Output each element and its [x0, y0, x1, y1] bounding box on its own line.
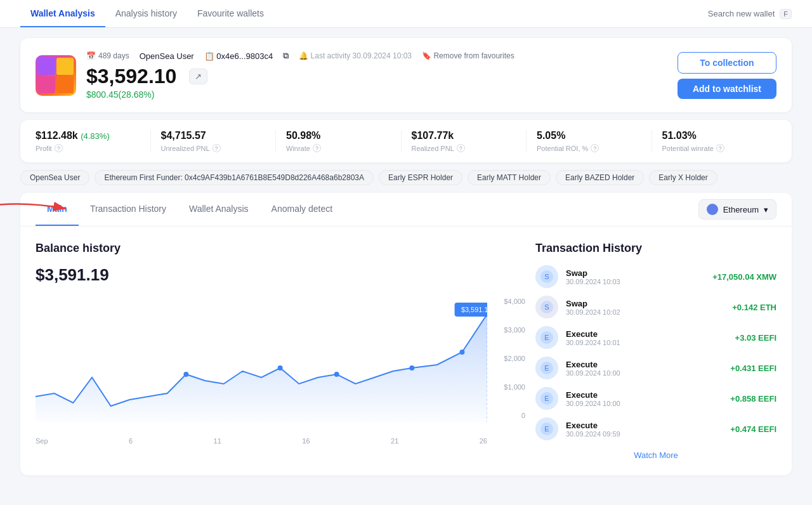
tx-details: Execute30.09.2024 10:01 [566, 329, 728, 346]
wallet-value: $3,592.10 [86, 65, 176, 88]
tx-details: Execute30.09.2024 10:00 [566, 390, 723, 407]
tx-icon: E [535, 387, 558, 410]
tx-amount: +17,050.04 XMW [712, 272, 776, 282]
tx-icon: E [535, 417, 558, 440]
stat-realized-pnl: $107.77k Realized PNL ? [402, 130, 527, 152]
last-activity: 🔔 Last activity 30.09.2024 10:03 [299, 51, 412, 60]
stat-winrate: 50.98% Winrate ? [276, 130, 402, 152]
tag-early-x[interactable]: Early X Holder [649, 170, 717, 185]
to-collection-button[interactable]: To collection [678, 52, 776, 74]
x-label-11: 11 [214, 437, 221, 445]
x-label-6: 6 [129, 437, 133, 445]
inner-tab-transaction-history[interactable]: Transaction History [79, 193, 178, 226]
tx-type: Execute [566, 360, 723, 369]
tx-details: Execute30.09.2024 10:00 [566, 360, 723, 377]
wallet-avatar [36, 55, 76, 96]
tx-icon: S [535, 296, 558, 318]
x-label-26: 26 [480, 437, 487, 445]
tx-icon: S [535, 265, 558, 288]
tab-analysis-history[interactable]: Analysis history [105, 0, 187, 27]
stat-unrealized-pnl: $4,715.57 Unrealized PNL ? [151, 130, 277, 152]
tx-amount: +0.431 EEFI [730, 364, 776, 373]
transaction-history-section: Transaction History SSwap30.09.2024 10:0… [535, 242, 776, 460]
tx-item: EExecute30.09.2024 10:00+0.858 EEFI [535, 387, 776, 410]
watch-more[interactable]: Watch More [535, 450, 776, 460]
svg-text:S: S [544, 303, 549, 311]
remove-favourites[interactable]: 🔖 Remove from favourites [422, 51, 514, 60]
svg-text:E: E [544, 364, 549, 372]
x-label-16: 16 [302, 437, 310, 445]
tx-type: Execute [566, 329, 728, 339]
tx-type: Swap [566, 268, 705, 278]
y-label-3000: $3,000 [490, 326, 525, 334]
potential-roi-tooltip[interactable]: ? [591, 144, 599, 152]
y-label-0: 0 [490, 412, 525, 419]
stat-potential-roi: 5.05% Potential ROI, % ? [527, 130, 652, 152]
profit-tooltip[interactable]: ? [55, 144, 63, 152]
tx-time: 30.09.2024 10:00 [566, 369, 723, 377]
wallet-left: 📅 489 days OpenSea User 📋 0x4e6...9803c4… [36, 51, 514, 100]
tags-row: OpenSea User Ethereum First Funder: 0x4c… [20, 170, 792, 185]
x-label-sep: Sep [36, 437, 48, 445]
top-nav: Wallet Analysis Analysis history Favouri… [0, 0, 812, 28]
y-label-1000: $1,000 [490, 383, 525, 391]
balance-section: Balance history $3,591.19 [36, 242, 525, 460]
tag-eth-funder[interactable]: Ethereum First Funder: 0x4c9AF439b1A6761… [95, 170, 374, 185]
chevron-down-icon: ▾ [764, 205, 768, 214]
tx-item: EExecute30.09.2024 10:01+3.03 EEFI [535, 326, 776, 349]
share-button[interactable]: ↗ [189, 69, 207, 84]
tx-amount: +0.858 EEFI [730, 394, 776, 403]
add-watchlist-button[interactable]: Add to watchlist [678, 79, 776, 99]
tx-item: SSwap30.09.2024 10:03+17,050.04 XMW [535, 265, 776, 288]
svg-text:S: S [544, 273, 549, 280]
tx-history-title: Transaction History [535, 242, 776, 255]
svg-text:$3,591.19: $3,591.19 [461, 306, 487, 313]
calendar-icon: 📅 [86, 51, 96, 60]
inner-tab-anomaly-detect[interactable]: Anomaly detect [260, 193, 344, 226]
search-new-wallet[interactable]: Search new wallet F [708, 9, 792, 19]
tx-item: EExecute30.09.2024 10:00+0.431 EEFI [535, 357, 776, 379]
realized-pnl-tooltip[interactable]: ? [457, 144, 465, 152]
tag-early-bazed[interactable]: Early BAZED Holder [556, 170, 644, 185]
inner-tabs-row: Main Transaction History Wallet Analysis [20, 193, 792, 226]
svg-point-4 [409, 365, 414, 371]
svg-text:E: E [544, 425, 549, 433]
tx-item: SSwap30.09.2024 10:02+0.142 ETH [535, 296, 776, 318]
wallet-address[interactable]: 📋 0x4e6...9803c4 [204, 51, 273, 61]
potential-winrate-tooltip[interactable]: ? [716, 144, 724, 152]
eth-icon [707, 204, 718, 215]
top-nav-tabs: Wallet Analysis Analysis history Favouri… [20, 0, 274, 27]
copy-address-icon[interactable]: ⧉ [283, 51, 289, 61]
tag-early-matt[interactable]: Early MATT Holder [468, 170, 551, 185]
svg-point-3 [334, 372, 339, 377]
arrow-annotation [0, 196, 79, 221]
wallet-card: 📅 489 days OpenSea User 📋 0x4e6...9803c4… [20, 38, 792, 112]
balance-history-title: Balance history [36, 242, 525, 255]
svg-point-1 [183, 372, 188, 377]
tx-amount: +0.474 EEFI [730, 424, 776, 434]
tx-amount: +0.142 ETH [732, 303, 776, 312]
tx-time: 30.09.2024 09:59 [566, 430, 723, 438]
svg-text:E: E [544, 395, 549, 402]
stat-profit: $112.48k (4.83%) Profit ? [36, 130, 151, 152]
tab-wallet-analysis[interactable]: Wallet Analysis [20, 0, 105, 27]
inner-tabs: Main Transaction History Wallet Analysis [36, 193, 344, 226]
winrate-tooltip[interactable]: ? [313, 144, 321, 152]
unrealized-pnl-tooltip[interactable]: ? [213, 144, 221, 152]
tx-time: 30.09.2024 10:03 [566, 278, 705, 285]
tab-favourite-wallets[interactable]: Favourite wallets [187, 0, 274, 27]
network-selector[interactable]: Ethereum ▾ [698, 199, 776, 220]
tx-icon: E [535, 326, 558, 349]
inner-tab-wallet-analysis[interactable]: Wallet Analysis [178, 193, 260, 226]
svg-point-5 [459, 350, 464, 355]
wallet-actions: To collection Add to watchlist [678, 52, 776, 99]
tx-amount: +3.03 EEFI [735, 333, 776, 343]
opensea-user-label[interactable]: OpenSea User [140, 51, 194, 61]
tag-early-espr[interactable]: Early ESPR Holder [379, 170, 462, 185]
tag-opensea-user[interactable]: OpenSea User [20, 170, 89, 185]
main-content-two-col: Balance history $3,591.19 [20, 226, 792, 475]
tx-details: Execute30.09.2024 09:59 [566, 421, 723, 438]
tx-list: SSwap30.09.2024 10:03+17,050.04 XMWSSwap… [535, 265, 776, 440]
y-label-4000: $4,000 [490, 298, 525, 305]
wallet-change: $800.45(28.68%) [86, 89, 514, 100]
